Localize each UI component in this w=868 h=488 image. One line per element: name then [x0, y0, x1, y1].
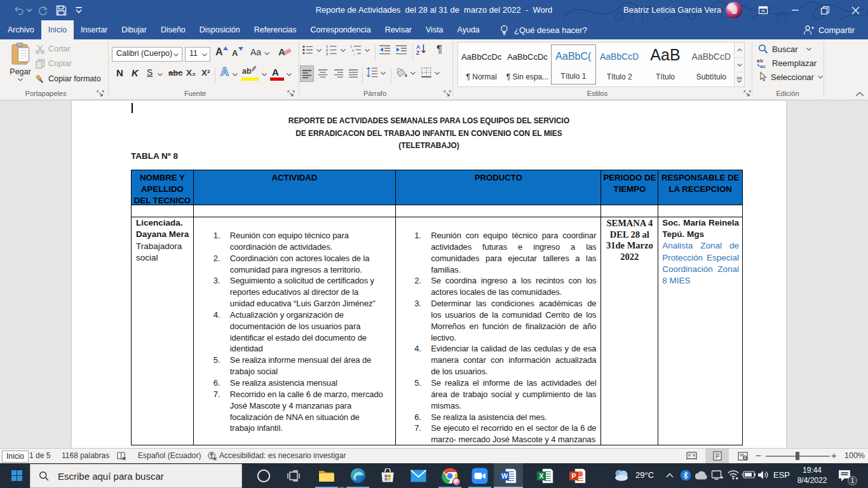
tab-revisar[interactable]: Revisar — [378, 20, 419, 39]
document-page[interactable]: REPORTE DE ACTVIDADES SEMANALES PARA LOS… — [72, 100, 786, 448]
styles-scroll-down-button[interactable] — [735, 57, 744, 72]
store-button[interactable] — [374, 463, 402, 488]
page-indicator[interactable]: 1 de 5 — [29, 449, 50, 463]
decrease-indent-icon[interactable] — [379, 45, 391, 55]
accessibility-status[interactable]: Accesibilidad: es necesario investigar — [219, 449, 346, 463]
collapse-ribbon-icon[interactable] — [855, 92, 864, 97]
bullets-icon[interactable] — [302, 45, 313, 55]
tab-insertar[interactable]: Insertar — [74, 20, 114, 39]
borders-dropdown-icon[interactable] — [435, 72, 440, 75]
language-indicator[interactable]: Español (Ecuador) — [138, 449, 201, 463]
battery-icon[interactable] — [741, 470, 756, 479]
bullets-dropdown-icon[interactable] — [316, 49, 322, 52]
multilevel-dropdown-icon[interactable] — [365, 49, 370, 52]
zoom-in-button[interactable]: + — [831, 449, 837, 463]
style-título[interactable]: AaBTítulo — [642, 44, 688, 85]
numbering-dropdown-icon[interactable] — [341, 49, 346, 52]
tab-ayuda[interactable]: Ayuda — [451, 20, 487, 39]
shrink-font-button[interactable]: A — [232, 48, 238, 58]
style--normal[interactable]: AaBbCcDc¶ Normal — [459, 44, 504, 85]
font-dialog-launcher-icon[interactable] — [287, 90, 295, 98]
subscript-button[interactable]: X₂ — [186, 68, 196, 78]
font-name-combo[interactable]: Calibri (Cuerpo) — [112, 47, 182, 62]
select-button[interactable]: Seleccionar — [759, 72, 827, 82]
display-connect-icon[interactable] — [711, 470, 723, 480]
style-título-1[interactable]: AaBbC(Título 1 — [551, 44, 596, 85]
start-button[interactable] — [4, 463, 29, 488]
clear-formatting-button[interactable]: A — [278, 46, 285, 57]
tab-diseño[interactable]: Diseño — [154, 20, 193, 39]
increase-indent-icon[interactable] — [396, 45, 407, 55]
weather-temp[interactable]: 29°C — [635, 470, 654, 480]
style-título-2[interactable]: AaBbCcDTítulo 2 — [597, 44, 642, 85]
powerpoint-button[interactable]: P — [564, 463, 592, 488]
weather-icon[interactable] — [614, 468, 630, 481]
align-center-icon[interactable] — [318, 69, 328, 78]
text-effects-button[interactable]: A — [220, 65, 229, 79]
numbering-icon[interactable]: 123 — [326, 44, 337, 55]
restore-button[interactable] — [815, 0, 835, 20]
superscript-button[interactable]: X² — [201, 68, 210, 78]
zoom-button[interactable] — [466, 463, 494, 488]
volume-icon[interactable] — [757, 470, 770, 480]
zoom-slider-thumb[interactable] — [796, 452, 799, 460]
onedrive-icon[interactable] — [694, 471, 708, 480]
strikethrough-button[interactable]: abc — [168, 68, 182, 78]
ribbon-display-options-button[interactable] — [753, 0, 773, 20]
minimize-button[interactable] — [785, 0, 806, 20]
change-case-dropdown-icon[interactable] — [264, 52, 269, 55]
bluetooth-icon[interactable] — [680, 470, 691, 481]
borders-icon[interactable] — [421, 67, 431, 78]
tab-inicio[interactable]: Inicio — [41, 20, 74, 39]
font-color-dropdown-icon[interactable] — [287, 73, 292, 76]
zoom-level[interactable]: 100% — [844, 449, 865, 463]
clock[interactable]: 19:44 8/4/2022 — [793, 465, 831, 485]
bold-button[interactable]: N — [116, 67, 123, 78]
wifi-icon[interactable] — [727, 470, 740, 480]
justify-icon[interactable] — [349, 69, 358, 78]
line-spacing-icon[interactable] — [367, 67, 377, 78]
accessibility-icon[interactable] — [208, 452, 217, 461]
font-size-combo[interactable]: 11 — [185, 47, 210, 62]
styles-scroll-up-button[interactable] — [735, 43, 744, 57]
account-name[interactable]: Beatriz Leticia Garcia Vera — [623, 0, 721, 20]
style--sin-espa-[interactable]: AaBbCcDc¶ Sin espa... — [505, 44, 550, 85]
avatar[interactable] — [726, 2, 742, 18]
tab-disposición[interactable]: Disposición — [193, 20, 247, 39]
cortana-button[interactable] — [250, 463, 278, 488]
align-right-icon[interactable] — [334, 69, 344, 78]
tab-archivo[interactable]: Archivo — [1, 20, 41, 39]
styles-dialog-launcher-icon[interactable] — [743, 90, 751, 98]
underline-dropdown-icon[interactable] — [158, 73, 163, 76]
close-button[interactable] — [845, 0, 865, 20]
tab-correspondencia[interactable]: Correspondencia — [303, 20, 377, 39]
zoom-out-button[interactable]: − — [756, 449, 761, 463]
style-subtítulo[interactable]: AaBbCcDSubtítulo — [689, 44, 734, 85]
multilevel-list-icon[interactable]: 1ai — [350, 44, 362, 55]
file-explorer-button[interactable] — [313, 463, 341, 488]
share-button[interactable]: Compartir — [803, 20, 855, 39]
styles-gallery-more-button[interactable] — [735, 72, 744, 86]
grow-font-button[interactable]: A — [215, 46, 223, 58]
edge-button[interactable] — [344, 463, 372, 488]
task-view-button[interactable] — [280, 463, 308, 488]
language-tray[interactable]: ESP — [773, 470, 790, 480]
tell-me-box[interactable]: ¿Qué desea hacer? — [499, 20, 587, 39]
align-left-button-selected[interactable] — [300, 65, 314, 82]
document-table[interactable]: NOMBRE YAPELLIDODEL TECNICOACTIVIDADPROD… — [131, 170, 743, 445]
excel-button[interactable]: X — [531, 463, 559, 488]
underline-button[interactable]: S — [147, 67, 153, 78]
proofing-error-icon[interactable] — [117, 452, 126, 461]
word-taskbar-button[interactable]: W — [494, 463, 523, 488]
find-button[interactable]: Buscar — [758, 44, 815, 54]
shading-dropdown-icon[interactable] — [410, 72, 416, 75]
taskbar-search-box[interactable]: Escribe aquí para buscar — [30, 464, 242, 488]
tab-dibujar[interactable]: Dibujar — [114, 20, 154, 39]
read-mode-button[interactable] — [680, 449, 703, 463]
clipboard-dialog-launcher-icon[interactable] — [97, 90, 104, 98]
text-effects-dropdown-icon[interactable] — [233, 73, 238, 76]
tab-vista[interactable]: Vista — [419, 20, 451, 39]
paragraph-dialog-launcher-icon[interactable] — [444, 90, 451, 98]
print-layout-button[interactable] — [705, 449, 729, 463]
tray-expand-icon[interactable] — [666, 473, 674, 478]
